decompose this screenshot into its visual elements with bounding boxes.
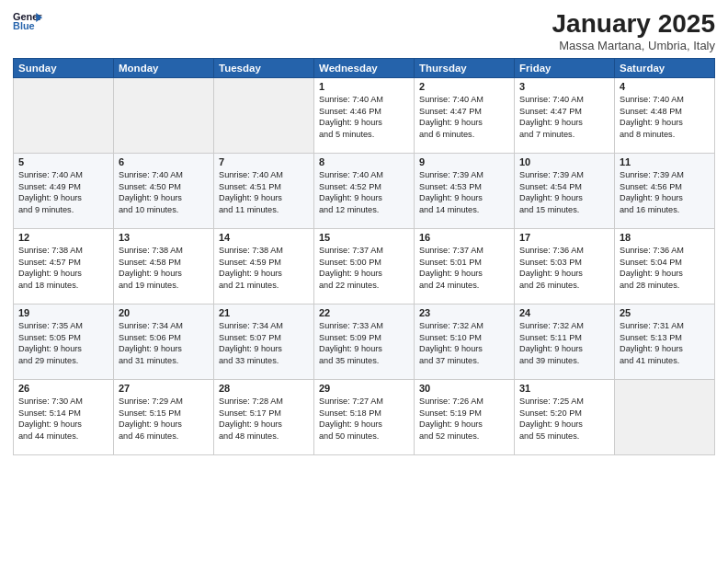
cell-text: Sunrise: 7:29 AMSunset: 5:15 PMDaylight:… — [119, 396, 209, 442]
calendar-cell: 3Sunrise: 7:40 AMSunset: 4:47 PMDaylight… — [515, 78, 615, 154]
calendar-cell: 4Sunrise: 7:40 AMSunset: 4:48 PMDaylight… — [615, 78, 715, 154]
cell-text: Sunrise: 7:32 AMSunset: 5:10 PMDaylight:… — [419, 320, 509, 367]
cell-text: Sunrise: 7:30 AMSunset: 5:14 PMDaylight:… — [18, 396, 108, 442]
svg-text:Blue: Blue — [13, 20, 35, 31]
calendar-cell: 16Sunrise: 7:37 AMSunset: 5:01 PMDayligh… — [415, 229, 515, 304]
day-number: 5 — [18, 156, 108, 167]
calendar-cell: 30Sunrise: 7:26 AMSunset: 5:19 PMDayligh… — [415, 380, 515, 455]
day-number: 4 — [620, 81, 710, 92]
cell-text: Sunrise: 7:28 AMSunset: 5:17 PMDaylight:… — [219, 396, 309, 442]
cell-text: Sunrise: 7:36 AMSunset: 5:04 PMDaylight:… — [620, 245, 710, 292]
cell-text: Sunrise: 7:26 AMSunset: 5:19 PMDaylight:… — [419, 396, 509, 442]
day-number: 13 — [119, 232, 209, 243]
calendar-cell: 29Sunrise: 7:27 AMSunset: 5:18 PMDayligh… — [314, 380, 415, 455]
day-number: 7 — [219, 156, 309, 167]
calendar-cell: 27Sunrise: 7:29 AMSunset: 5:15 PMDayligh… — [114, 380, 214, 455]
logo: General Blue — [13, 9, 42, 35]
day-number: 22 — [319, 307, 409, 318]
day-number: 29 — [319, 383, 409, 394]
calendar-cell: 8Sunrise: 7:40 AMSunset: 4:52 PMDaylight… — [314, 154, 415, 229]
weekday-header-row: SundayMondayTuesdayWednesdayThursdayFrid… — [14, 59, 715, 78]
weekday-header: Monday — [114, 59, 214, 78]
cell-text: Sunrise: 7:40 AMSunset: 4:52 PMDaylight:… — [319, 169, 409, 216]
calendar-cell: 25Sunrise: 7:31 AMSunset: 5:13 PMDayligh… — [615, 304, 715, 380]
calendar-cell: 31Sunrise: 7:25 AMSunset: 5:20 PMDayligh… — [515, 380, 615, 455]
day-number: 6 — [119, 156, 209, 167]
cell-text: Sunrise: 7:31 AMSunset: 5:13 PMDaylight:… — [620, 320, 710, 367]
day-number: 31 — [519, 383, 609, 394]
calendar-week-row: 12Sunrise: 7:38 AMSunset: 4:57 PMDayligh… — [14, 229, 715, 304]
calendar-cell: 5Sunrise: 7:40 AMSunset: 4:49 PMDaylight… — [14, 154, 114, 229]
calendar-cell: 19Sunrise: 7:35 AMSunset: 5:05 PMDayligh… — [14, 304, 114, 380]
cell-text: Sunrise: 7:36 AMSunset: 5:03 PMDaylight:… — [519, 245, 609, 292]
day-number: 1 — [319, 81, 409, 92]
calendar-cell: 22Sunrise: 7:33 AMSunset: 5:09 PMDayligh… — [314, 304, 415, 380]
day-number: 12 — [18, 232, 108, 243]
calendar-cell: 1Sunrise: 7:40 AMSunset: 4:46 PMDaylight… — [314, 78, 415, 154]
calendar-cell: 14Sunrise: 7:38 AMSunset: 4:59 PMDayligh… — [214, 229, 314, 304]
day-number: 16 — [419, 232, 509, 243]
cell-text: Sunrise: 7:39 AMSunset: 4:54 PMDaylight:… — [519, 169, 609, 216]
calendar-cell: 26Sunrise: 7:30 AMSunset: 5:14 PMDayligh… — [14, 380, 114, 455]
title-block: January 2025 Massa Martana, Umbria, Ital… — [552, 9, 715, 52]
calendar-cell — [114, 78, 214, 154]
cell-text: Sunrise: 7:34 AMSunset: 5:06 PMDaylight:… — [119, 320, 209, 367]
logo-icon: General Blue — [13, 9, 42, 35]
calendar-cell: 10Sunrise: 7:39 AMSunset: 4:54 PMDayligh… — [515, 154, 615, 229]
day-number: 30 — [419, 383, 509, 394]
calendar-cell: 6Sunrise: 7:40 AMSunset: 4:50 PMDaylight… — [114, 154, 214, 229]
calendar-cell: 17Sunrise: 7:36 AMSunset: 5:03 PMDayligh… — [515, 229, 615, 304]
cell-text: Sunrise: 7:40 AMSunset: 4:51 PMDaylight:… — [219, 169, 309, 216]
cell-text: Sunrise: 7:39 AMSunset: 4:56 PMDaylight:… — [620, 169, 710, 216]
cell-text: Sunrise: 7:40 AMSunset: 4:47 PMDaylight:… — [519, 94, 609, 141]
calendar-cell: 13Sunrise: 7:38 AMSunset: 4:58 PMDayligh… — [114, 229, 214, 304]
calendar-cell: 15Sunrise: 7:37 AMSunset: 5:00 PMDayligh… — [314, 229, 415, 304]
day-number: 26 — [18, 383, 108, 394]
day-number: 28 — [219, 383, 309, 394]
cell-text: Sunrise: 7:40 AMSunset: 4:47 PMDaylight:… — [419, 94, 509, 141]
page-container: General Blue January 2025 Massa Martana,… — [0, 0, 728, 463]
calendar-cell — [14, 78, 114, 154]
cell-text: Sunrise: 7:40 AMSunset: 4:48 PMDaylight:… — [620, 94, 710, 141]
calendar-cell — [615, 380, 715, 455]
day-number: 25 — [620, 307, 710, 318]
day-number: 3 — [519, 81, 609, 92]
calendar-cell: 7Sunrise: 7:40 AMSunset: 4:51 PMDaylight… — [214, 154, 314, 229]
cell-text: Sunrise: 7:32 AMSunset: 5:11 PMDaylight:… — [519, 320, 609, 367]
cell-text: Sunrise: 7:38 AMSunset: 4:59 PMDaylight:… — [219, 245, 309, 292]
month-title: January 2025 — [552, 9, 715, 39]
cell-text: Sunrise: 7:40 AMSunset: 4:49 PMDaylight:… — [18, 169, 108, 216]
day-number: 2 — [419, 81, 509, 92]
calendar-table: SundayMondayTuesdayWednesdayThursdayFrid… — [13, 58, 715, 455]
cell-text: Sunrise: 7:37 AMSunset: 5:00 PMDaylight:… — [319, 245, 409, 292]
calendar-cell: 28Sunrise: 7:28 AMSunset: 5:17 PMDayligh… — [214, 380, 314, 455]
calendar-cell: 18Sunrise: 7:36 AMSunset: 5:04 PMDayligh… — [615, 229, 715, 304]
day-number: 21 — [219, 307, 309, 318]
calendar-cell: 9Sunrise: 7:39 AMSunset: 4:53 PMDaylight… — [415, 154, 515, 229]
calendar-week-row: 19Sunrise: 7:35 AMSunset: 5:05 PMDayligh… — [14, 304, 715, 380]
day-number: 9 — [419, 156, 509, 167]
day-number: 24 — [519, 307, 609, 318]
weekday-header: Wednesday — [314, 59, 415, 78]
day-number: 19 — [18, 307, 108, 318]
weekday-header: Tuesday — [214, 59, 314, 78]
cell-text: Sunrise: 7:40 AMSunset: 4:50 PMDaylight:… — [119, 169, 209, 216]
day-number: 15 — [319, 232, 409, 243]
calendar-week-row: 26Sunrise: 7:30 AMSunset: 5:14 PMDayligh… — [14, 380, 715, 455]
day-number: 14 — [219, 232, 309, 243]
cell-text: Sunrise: 7:33 AMSunset: 5:09 PMDaylight:… — [319, 320, 409, 367]
cell-text: Sunrise: 7:40 AMSunset: 4:46 PMDaylight:… — [319, 94, 409, 141]
cell-text: Sunrise: 7:27 AMSunset: 5:18 PMDaylight:… — [319, 396, 409, 442]
calendar-cell: 2Sunrise: 7:40 AMSunset: 4:47 PMDaylight… — [415, 78, 515, 154]
cell-text: Sunrise: 7:39 AMSunset: 4:53 PMDaylight:… — [419, 169, 509, 216]
day-number: 20 — [119, 307, 209, 318]
day-number: 10 — [519, 156, 609, 167]
day-number: 18 — [620, 232, 710, 243]
calendar-week-row: 1Sunrise: 7:40 AMSunset: 4:46 PMDaylight… — [14, 78, 715, 154]
day-number: 23 — [419, 307, 509, 318]
weekday-header: Friday — [515, 59, 615, 78]
weekday-header: Sunday — [14, 59, 114, 78]
calendar-cell: 23Sunrise: 7:32 AMSunset: 5:10 PMDayligh… — [415, 304, 515, 380]
cell-text: Sunrise: 7:38 AMSunset: 4:58 PMDaylight:… — [119, 245, 209, 292]
calendar-cell: 21Sunrise: 7:34 AMSunset: 5:07 PMDayligh… — [214, 304, 314, 380]
